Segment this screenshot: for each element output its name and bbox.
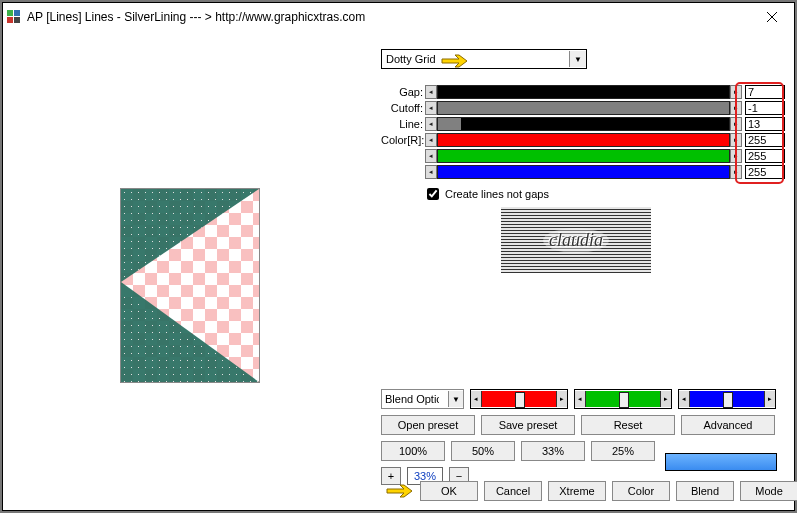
slider-left-arrow[interactable]: ◂: [471, 391, 482, 407]
slider-row-cutoff: Cutoff: ◂ ▸ -1: [381, 101, 785, 115]
slider-value-cutoff[interactable]: -1: [745, 101, 785, 115]
chevron-down-icon: ▼: [448, 391, 463, 407]
slider-value-gap[interactable]: 7: [745, 85, 785, 99]
slider-track-gap[interactable]: [437, 85, 730, 99]
color-button[interactable]: Color: [612, 481, 670, 501]
window-title: AP [Lines] Lines - SilverLining --- > ht…: [27, 10, 365, 24]
chevron-down-icon: ▼: [569, 51, 586, 67]
slider-left-arrow[interactable]: ◂: [575, 391, 586, 407]
slider-left-arrow[interactable]: ◂: [425, 149, 437, 163]
brand-logo: claudia: [501, 207, 651, 273]
cancel-button[interactable]: Cancel: [484, 481, 542, 501]
app-icon: [7, 10, 21, 24]
slider-right-arrow[interactable]: ▸: [556, 391, 567, 407]
blend-slider-blue[interactable]: ◂ ▸: [678, 389, 776, 409]
create-lines-label: Create lines not gaps: [445, 188, 549, 200]
blend-options-label: Blend Options: [385, 393, 439, 405]
slider-value-g[interactable]: 255: [745, 149, 785, 163]
slider-right-arrow[interactable]: ▸: [730, 101, 742, 115]
blend-slider-green[interactable]: ◂ ▸: [574, 389, 672, 409]
reset-button[interactable]: Reset: [581, 415, 675, 435]
preset-dropdown-value: Dotty Grid: [386, 53, 436, 65]
slider-right-arrow[interactable]: ▸: [730, 165, 742, 179]
mode-button[interactable]: Mode: [740, 481, 797, 501]
slider-left-arrow[interactable]: ◂: [679, 391, 690, 407]
create-lines-checkbox-row: Create lines not gaps: [423, 185, 785, 203]
open-preset-button[interactable]: Open preset: [381, 415, 475, 435]
titlebar: AP [Lines] Lines - SilverLining --- > ht…: [3, 3, 794, 32]
color-swatch[interactable]: [665, 453, 777, 471]
blend-button[interactable]: Blend: [676, 481, 734, 501]
slider-right-arrow[interactable]: ▸: [764, 391, 775, 407]
slider-label: Line:: [381, 118, 425, 130]
brand-logo-text: claudia: [543, 228, 609, 253]
zoom-100-button[interactable]: 100%: [381, 441, 445, 461]
create-lines-checkbox[interactable]: [427, 188, 439, 200]
close-icon: [767, 12, 777, 22]
slider-left-arrow[interactable]: ◂: [425, 165, 437, 179]
slider-label: Color[R]:: [381, 134, 425, 146]
slider-row-line: Line: ◂ ▸ 13: [381, 117, 785, 131]
slider-track-r[interactable]: [437, 133, 730, 147]
preview-image: [120, 188, 260, 383]
zoom-50-button[interactable]: 50%: [451, 441, 515, 461]
slider-row-color-b: ◂ ▸ 255: [381, 165, 785, 179]
blend-options-dropdown[interactable]: Blend Options ▼: [381, 389, 464, 409]
slider-row-color-g: ◂ ▸ 255: [381, 149, 785, 163]
pointer-hand-icon: [386, 482, 414, 500]
slider-left-arrow[interactable]: ◂: [425, 101, 437, 115]
slider-right-arrow[interactable]: ▸: [730, 149, 742, 163]
slider-right-arrow[interactable]: ▸: [730, 133, 742, 147]
slider-label: Cutoff:: [381, 102, 425, 114]
slider-right-arrow[interactable]: ▸: [730, 85, 742, 99]
slider-track-g[interactable]: [437, 149, 730, 163]
slider-track-cutoff[interactable]: [437, 101, 730, 115]
slider-track-line[interactable]: [437, 117, 730, 131]
slider-row-color-r: Color[R]: ◂ ▸ 255: [381, 133, 785, 147]
slider-value-b[interactable]: 255: [745, 165, 785, 179]
xtreme-button[interactable]: Xtreme: [548, 481, 606, 501]
zoom-33-button[interactable]: 33%: [521, 441, 585, 461]
close-button[interactable]: [750, 3, 794, 31]
slider-right-arrow[interactable]: ▸: [660, 391, 671, 407]
slider-value-r[interactable]: 255: [745, 133, 785, 147]
save-preset-button[interactable]: Save preset: [481, 415, 575, 435]
slider-left-arrow[interactable]: ◂: [425, 85, 437, 99]
ok-button[interactable]: OK: [420, 481, 478, 501]
slider-value-line[interactable]: 13: [745, 117, 785, 131]
slider-track-b[interactable]: [437, 165, 730, 179]
slider-left-arrow[interactable]: ◂: [425, 117, 437, 131]
preset-dropdown[interactable]: Dotty Grid ▼: [381, 49, 587, 69]
slider-row-gap: Gap: ◂ ▸ 7: [381, 85, 785, 99]
slider-label: Gap:: [381, 86, 425, 98]
slider-right-arrow[interactable]: ▸: [730, 117, 742, 131]
zoom-25-button[interactable]: 25%: [591, 441, 655, 461]
slider-left-arrow[interactable]: ◂: [425, 133, 437, 147]
advanced-button[interactable]: Advanced: [681, 415, 775, 435]
blend-slider-red[interactable]: ◂ ▸: [470, 389, 568, 409]
